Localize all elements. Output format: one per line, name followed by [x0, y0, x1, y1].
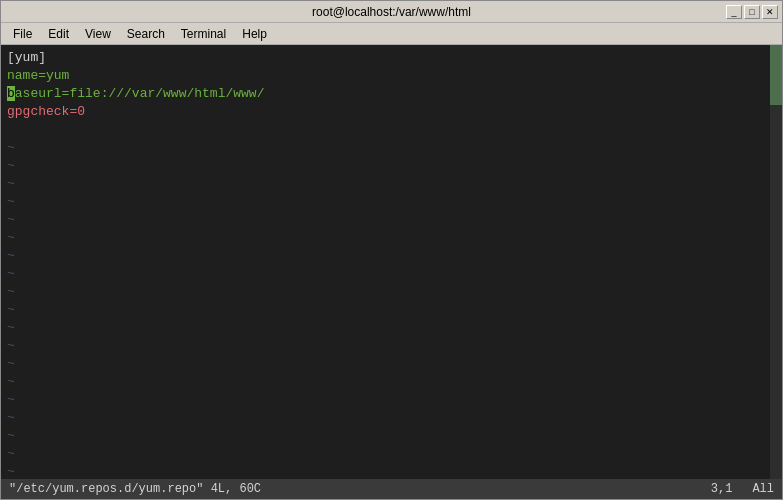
line-11: ~ — [7, 229, 776, 247]
menu-edit[interactable]: Edit — [40, 25, 77, 43]
line-4: gpgcheck=0 — [7, 103, 776, 121]
line-3: baseurl=file:///var/www/html/www/ — [7, 85, 776, 103]
line-16: ~ — [7, 319, 776, 337]
line-21: ~ — [7, 409, 776, 427]
line-12: ~ — [7, 247, 776, 265]
status-position: 3,1 — [711, 482, 733, 496]
title-bar: root@localhost:/var/www/html _ □ ✕ — [1, 1, 782, 23]
line-6: ~ — [7, 139, 776, 157]
line-19: ~ — [7, 373, 776, 391]
line-23: ~ — [7, 445, 776, 463]
window-title: root@localhost:/var/www/html — [57, 5, 726, 19]
scrollbar[interactable] — [770, 45, 782, 479]
line-24: ~ — [7, 463, 776, 479]
line-7: ~ — [7, 157, 776, 175]
editor-area[interactable]: [yum] name=yum baseurl=file:///var/www/h… — [1, 45, 782, 479]
line-20: ~ — [7, 391, 776, 409]
line-10: ~ — [7, 211, 776, 229]
status-right: 3,1 All — [711, 482, 774, 496]
line-22: ~ — [7, 427, 776, 445]
window-controls: _ □ ✕ — [726, 5, 778, 19]
scrollbar-thumb[interactable] — [770, 45, 782, 105]
line-9: ~ — [7, 193, 776, 211]
status-bar: "/etc/yum.repos.d/yum.repo" 4L, 60C 3,1 … — [1, 479, 782, 499]
line-5 — [7, 121, 776, 139]
line-18: ~ — [7, 355, 776, 373]
menu-view[interactable]: View — [77, 25, 119, 43]
status-file-info: "/etc/yum.repos.d/yum.repo" 4L, 60C — [9, 482, 261, 496]
line-2: name=yum — [7, 67, 776, 85]
line-15: ~ — [7, 301, 776, 319]
status-scroll: All — [752, 482, 774, 496]
menu-search[interactable]: Search — [119, 25, 173, 43]
minimize-button[interactable]: _ — [726, 5, 742, 19]
menu-file[interactable]: File — [5, 25, 40, 43]
menu-help[interactable]: Help — [234, 25, 275, 43]
line-13: ~ — [7, 265, 776, 283]
menu-terminal[interactable]: Terminal — [173, 25, 234, 43]
line-8: ~ — [7, 175, 776, 193]
terminal-window: root@localhost:/var/www/html _ □ ✕ File … — [0, 0, 783, 500]
menu-bar: File Edit View Search Terminal Help — [1, 23, 782, 45]
close-button[interactable]: ✕ — [762, 5, 778, 19]
line-1: [yum] — [7, 49, 776, 67]
line-14: ~ — [7, 283, 776, 301]
maximize-button[interactable]: □ — [744, 5, 760, 19]
line-17: ~ — [7, 337, 776, 355]
